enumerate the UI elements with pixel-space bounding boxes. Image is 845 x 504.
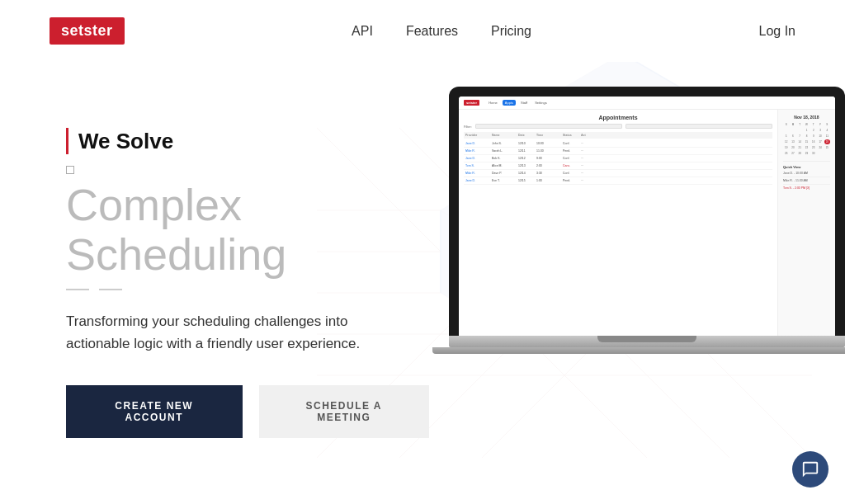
divider-line-1	[66, 289, 89, 290]
quick-view-item: Tom S. - 2:00 PM [X]	[783, 186, 830, 190]
main-nav: API Features Pricing	[352, 24, 531, 39]
app-content: Appointments Filter: Provider Name	[459, 110, 835, 336]
main-headline: Complex Scheduling	[66, 181, 429, 279]
divider-line-2	[99, 289, 122, 290]
app-th-provider: Provider	[465, 134, 490, 137]
hero-description: Transforming your scheduling challenges …	[66, 310, 413, 355]
we-solve-row: We Solve	[66, 128, 429, 154]
logo[interactable]: setster	[50, 17, 125, 45]
nav-features[interactable]: Features	[406, 24, 458, 39]
app-filter-label: Filter:	[464, 125, 472, 129]
app-nav-appts: Appts	[503, 100, 516, 106]
laptop-base	[449, 336, 845, 347]
schedule-meeting-button[interactable]: SCHEDULE A MEETING	[259, 385, 430, 438]
nav-pricing[interactable]: Pricing	[491, 24, 531, 39]
table-row: Jane D. John S. 12/10 10:00 Conf. ···	[464, 140, 772, 148]
app-logo-mini: setster	[464, 100, 479, 106]
app-nav-settings: Settings	[532, 100, 549, 106]
quick-view: Quick View Jane D. - 10:00 AM Mike R. - …	[783, 161, 830, 190]
small-square-accent	[66, 166, 74, 174]
table-row: Jane D. Bob K. 12/12 9:00 Conf. ···	[464, 155, 772, 163]
table-row: Tom S. Alice M. 12/13 2:00 Canc. ···	[464, 163, 772, 170]
quick-view-label: Quick View	[783, 165, 830, 169]
calendar-header: Nov 18, 2018	[783, 115, 830, 120]
app-th-time: Time	[536, 134, 561, 137]
app-calendar-sidebar: Nov 18, 2018 S M T W T F S	[777, 110, 835, 336]
app-th-actions: Act	[581, 134, 593, 137]
app-main-panel: Appointments Filter: Provider Name	[459, 110, 777, 336]
divider-lines	[66, 289, 429, 290]
table-row: Mike R. Dave P. 12/14 3:30 Conf. ···	[464, 170, 772, 177]
chat-icon	[801, 460, 819, 478]
laptop-notch	[597, 336, 696, 342]
hero-section: We Solve Complex Scheduling Transforming…	[0, 62, 845, 504]
laptop-bezel: setster Home Appts Staff Settings Ap	[449, 87, 845, 336]
app-panel-title: Appointments	[464, 115, 772, 120]
app-filter-box-1	[475, 124, 622, 129]
app-nav-staff: Staff	[518, 100, 530, 106]
logo-text: setster	[50, 17, 125, 45]
cta-buttons: CREATE NEW ACCOUNT SCHEDULE A MEETING	[66, 385, 429, 438]
app-th-date: Date	[518, 134, 535, 137]
calendar-grid: S M T W T F S 1	[783, 122, 830, 156]
create-account-button[interactable]: CREATE NEW ACCOUNT	[66, 385, 243, 438]
laptop-mockup: setster Home Appts Staff Settings Ap	[449, 87, 845, 354]
app-interface: setster Home Appts Staff Settings Ap	[459, 97, 835, 336]
laptop-screen: setster Home Appts Staff Settings Ap	[459, 97, 835, 336]
app-nav-home: Home	[486, 100, 500, 106]
quick-view-item: Mike R. - 11:30 AM	[783, 179, 830, 185]
app-th-name: Name	[492, 134, 517, 137]
nav-api[interactable]: API	[352, 24, 373, 39]
red-accent-bar	[66, 128, 68, 154]
hero-content: We Solve Complex Scheduling Transforming…	[0, 62, 429, 504]
app-nav-mini: Home Appts Staff Settings	[486, 100, 550, 106]
chat-bubble-button[interactable]	[792, 451, 828, 488]
table-row: Jane D. Eve T. 12/15 1:00 Pend. ···	[464, 177, 772, 185]
app-topbar: setster Home Appts Staff Settings	[459, 97, 835, 110]
app-table-header: Provider Name Date Time Status Act	[464, 132, 772, 139]
laptop-stand	[432, 347, 845, 354]
login-link[interactable]: Log In	[759, 24, 795, 39]
app-filter-row: Filter:	[464, 124, 772, 129]
we-solve-label: We Solve	[78, 129, 173, 154]
table-row: Mike R. Sarah L. 12/11 11:30 Pend. ···	[464, 148, 772, 155]
app-th-status: Status	[563, 134, 579, 137]
quick-view-item: Jane D. - 10:00 AM	[783, 172, 830, 177]
app-filter-box-2	[625, 124, 772, 129]
